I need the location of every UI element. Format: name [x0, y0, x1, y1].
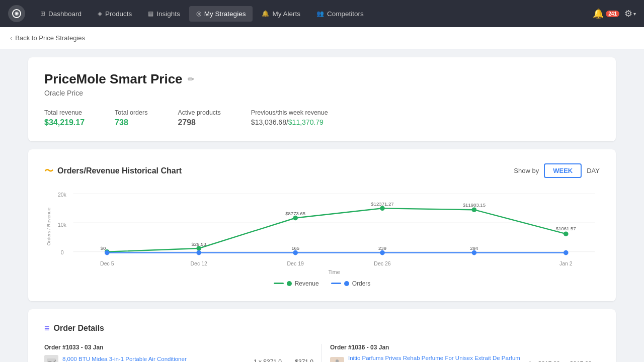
total-orders-label: Total orders	[115, 109, 147, 116]
svg-text:Dec 26: Dec 26	[374, 260, 391, 266]
orders-right-column: Order #1036 - 03 Jan Initio Parfums Priv…	[322, 344, 600, 362]
prev-revenue-label: Previous/this week revenue	[251, 109, 328, 116]
competitors-icon: 👥	[316, 10, 324, 17]
nav-dashboard[interactable]: ⊞ Dashboard	[33, 6, 89, 22]
order-1036: Order #1036 - 03 Jan Initio Parfums Priv…	[330, 344, 592, 362]
svg-text:20k: 20k	[58, 192, 67, 198]
order-details-icon: ≡	[44, 323, 50, 334]
nav-products[interactable]: ◈ Products	[91, 6, 139, 22]
gear-icon: ⚙	[624, 8, 632, 19]
svg-text:$11983.15: $11983.15	[463, 202, 486, 208]
legend-orders-line	[331, 283, 341, 284]
order-1036-product-row: Initio Parfums Prives Rehab Perfume For …	[330, 355, 592, 362]
breadcrumb-label: Back to Price Strategies	[15, 34, 85, 42]
settings-button[interactable]: ⚙ ▾	[624, 8, 636, 19]
order-1033-qty: 1 x $371.0	[254, 358, 282, 362]
nav-insights[interactable]: ▦ Insights	[141, 6, 187, 22]
order-1033: Order #1033 - 03 Jan 8,000 BTU Midea 3-i…	[44, 344, 313, 362]
legend-revenue-line	[274, 283, 284, 284]
dashboard-icon: ⊞	[40, 10, 45, 17]
svg-text:294: 294	[470, 245, 478, 251]
navbar-right: 🔔 241 ⚙ ▾	[593, 8, 636, 19]
order-1033-product-info: 8,000 BTU Midea 3-in-1 Portable Air Cond…	[62, 356, 250, 362]
total-orders-metric: Total orders 738	[115, 109, 147, 127]
total-revenue-value: $34,219.17	[44, 118, 85, 127]
svg-text:165: 165	[291, 245, 299, 251]
svg-point-27	[564, 250, 569, 255]
legend-orders-dot	[344, 281, 349, 286]
show-by-label: Show by	[514, 167, 539, 174]
prev-revenue-metric: Previous/this week revenue $13,036.68/$1…	[251, 109, 328, 126]
chart-legend: Revenue Orders	[44, 280, 600, 287]
order-1033-product-name[interactable]: 8,000 BTU Midea 3-in-1 Portable Air Cond…	[62, 356, 250, 362]
subtitle: Oracle Price	[44, 89, 600, 97]
legend-revenue: Revenue	[274, 280, 319, 287]
svg-text:Dec 12: Dec 12	[190, 260, 207, 266]
breadcrumb[interactable]: ‹ Back to Price Strategies	[0, 27, 644, 49]
legend-orders: Orders	[331, 280, 371, 287]
overview-card: PriceMole Smart Price ✏ Oracle Price Tot…	[28, 57, 616, 141]
day-button[interactable]: DAY	[587, 167, 600, 174]
alerts-icon: 🔔	[262, 10, 269, 17]
svg-text:10k: 10k	[58, 222, 67, 228]
orders-grid: Order #1033 - 03 Jan 8,000 BTU Midea 3-i…	[44, 344, 600, 362]
legend-orders-label: Orders	[352, 280, 371, 287]
order-details-card: ≡ Order Details Order #1033 - 03 Jan 8	[28, 309, 616, 362]
total-orders-value: 738	[115, 118, 147, 127]
order-1033-thumb	[44, 355, 58, 362]
svg-text:$1061.57: $1061.57	[556, 226, 576, 231]
insights-icon: ▦	[148, 10, 153, 17]
svg-text:0: 0	[61, 249, 64, 255]
notification-bell[interactable]: 🔔 241	[593, 8, 619, 19]
navbar: ⊞ Dashboard ◈ Products ▦ Insights ◎ My S…	[0, 0, 644, 27]
svg-point-26	[472, 250, 477, 255]
chart-card: 〜 Orders/Revenue Historical Chart Show b…	[28, 149, 616, 301]
chart-svg: 20k 10k 0 Orders / Revenue $	[44, 188, 600, 275]
nav-my-strategies[interactable]: ◎ My Strategies	[189, 6, 253, 22]
svg-text:Jan 2: Jan 2	[559, 260, 573, 266]
back-arrow-icon: ‹	[10, 34, 12, 42]
metrics-row: Total revenue $34,219.17 Total orders 73…	[44, 109, 600, 127]
chart-title-icon: 〜	[44, 165, 53, 177]
svg-text:$29.53: $29.53	[192, 241, 206, 247]
svg-text:Dec 19: Dec 19	[287, 260, 304, 266]
order-1033-price: $371.0	[286, 358, 313, 362]
main-container: PriceMole Smart Price ✏ Oracle Price Tot…	[20, 57, 624, 362]
chart-controls: Show by WEEK DAY	[514, 163, 600, 178]
svg-point-25	[380, 250, 385, 255]
chevron-down-icon: ▾	[633, 11, 636, 17]
orders-left-column: Order #1033 - 03 Jan 8,000 BTU Midea 3-i…	[44, 344, 322, 362]
svg-text:239: 239	[378, 245, 386, 251]
order-1036-header: Order #1036 - 03 Jan	[330, 344, 592, 351]
week-button[interactable]: WEEK	[544, 163, 582, 178]
chart-title-text: Orders/Revenue Historical Chart	[57, 166, 182, 175]
svg-text:$12371.27: $12371.27	[371, 201, 393, 207]
order-1033-product-row: 8,000 BTU Midea 3-in-1 Portable Air Cond…	[44, 355, 313, 362]
svg-point-12	[293, 216, 298, 221]
svg-point-23	[196, 250, 201, 255]
logo[interactable]	[8, 5, 25, 22]
strategies-icon: ◎	[196, 10, 201, 17]
chart-title: 〜 Orders/Revenue Historical Chart	[44, 165, 182, 177]
svg-text:Time: Time	[328, 269, 340, 275]
order-details-header: ≡ Order Details	[44, 323, 600, 334]
prev-revenue-curr: $11,370.79	[288, 118, 324, 126]
order-1036-product-info: Initio Parfums Prives Rehab Perfume For …	[348, 355, 524, 362]
nav-competitors[interactable]: 👥 Competitors	[309, 6, 371, 22]
total-revenue-metric: Total revenue $34,219.17	[44, 109, 85, 127]
title-row: PriceMole Smart Price ✏	[44, 71, 600, 87]
active-products-metric: Active products 2798	[178, 109, 220, 127]
edit-icon[interactable]: ✏	[188, 74, 194, 84]
svg-point-2	[16, 13, 18, 15]
prev-revenue-prev: $13,036.68/	[251, 118, 288, 126]
active-products-value: 2798	[178, 118, 220, 127]
chart-header: 〜 Orders/Revenue Historical Chart Show b…	[44, 163, 600, 178]
svg-text:$0: $0	[101, 245, 106, 251]
active-products-label: Active products	[178, 109, 220, 116]
prev-revenue-values: $13,036.68/$11,370.79	[251, 118, 328, 126]
svg-point-15	[564, 231, 569, 236]
order-1033-header: Order #1033 - 03 Jan	[44, 344, 313, 351]
order-1036-product-name[interactable]: Initio Parfums Prives Rehab Perfume For …	[348, 355, 524, 362]
nav-my-alerts[interactable]: 🔔 My Alerts	[255, 6, 307, 22]
total-revenue-label: Total revenue	[44, 109, 85, 116]
